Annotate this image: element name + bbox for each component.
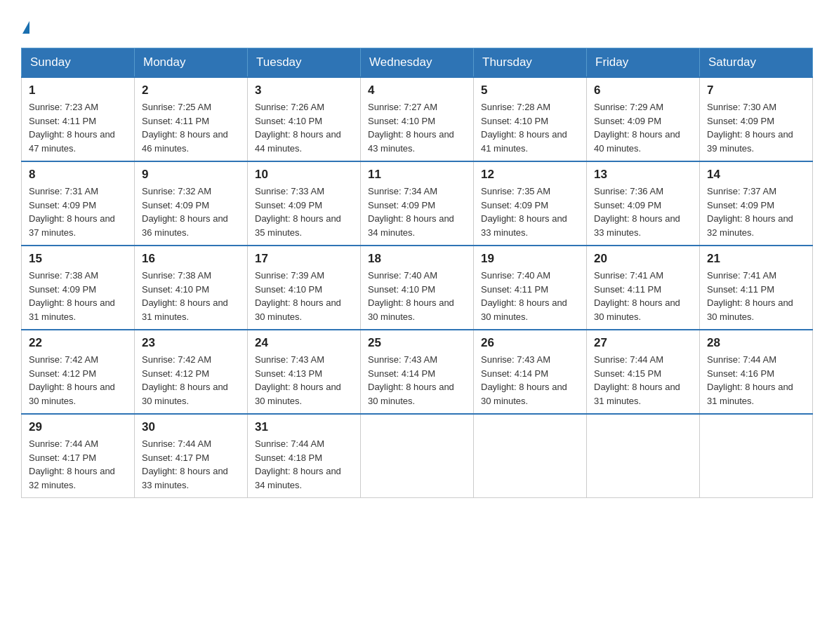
col-header-wednesday: Wednesday	[361, 48, 474, 78]
day-number: 28	[707, 336, 805, 350]
calendar-cell: 30 Sunrise: 7:44 AMSunset: 4:17 PMDaylig…	[135, 414, 248, 498]
calendar-cell	[474, 414, 587, 498]
day-number: 27	[594, 336, 692, 350]
day-number: 15	[29, 252, 127, 266]
calendar-cell	[700, 414, 813, 498]
day-info: Sunrise: 7:40 AMSunset: 4:10 PMDaylight:…	[368, 269, 466, 323]
col-header-tuesday: Tuesday	[248, 48, 361, 78]
day-number: 19	[481, 252, 579, 266]
col-header-thursday: Thursday	[474, 48, 587, 78]
week-row-1: 1 Sunrise: 7:23 AMSunset: 4:11 PMDayligh…	[22, 77, 813, 161]
day-info: Sunrise: 7:43 AMSunset: 4:13 PMDaylight:…	[255, 353, 353, 408]
calendar-cell: 6 Sunrise: 7:29 AMSunset: 4:09 PMDayligh…	[587, 77, 700, 161]
calendar-cell: 29 Sunrise: 7:44 AMSunset: 4:17 PMDaylig…	[22, 414, 135, 498]
day-info: Sunrise: 7:44 AMSunset: 4:18 PMDaylight:…	[255, 437, 353, 492]
calendar-header-row: SundayMondayTuesdayWednesdayThursdayFrid…	[22, 48, 813, 78]
day-info: Sunrise: 7:42 AMSunset: 4:12 PMDaylight:…	[29, 353, 127, 408]
day-number: 29	[29, 420, 127, 434]
week-row-3: 15 Sunrise: 7:38 AMSunset: 4:09 PMDaylig…	[22, 246, 813, 330]
day-info: Sunrise: 7:43 AMSunset: 4:14 PMDaylight:…	[481, 353, 579, 408]
calendar-cell: 17 Sunrise: 7:39 AMSunset: 4:10 PMDaylig…	[248, 246, 361, 330]
day-info: Sunrise: 7:38 AMSunset: 4:09 PMDaylight:…	[29, 269, 127, 323]
col-header-friday: Friday	[587, 48, 700, 78]
calendar-cell: 22 Sunrise: 7:42 AMSunset: 4:12 PMDaylig…	[22, 330, 135, 414]
day-info: Sunrise: 7:35 AMSunset: 4:09 PMDaylight:…	[481, 185, 579, 239]
day-info: Sunrise: 7:43 AMSunset: 4:14 PMDaylight:…	[368, 353, 466, 408]
calendar-cell	[361, 414, 474, 498]
calendar-table: SundayMondayTuesdayWednesdayThursdayFrid…	[21, 48, 813, 498]
col-header-saturday: Saturday	[700, 48, 813, 78]
day-number: 8	[29, 168, 127, 182]
calendar-cell: 23 Sunrise: 7:42 AMSunset: 4:12 PMDaylig…	[135, 330, 248, 414]
day-number: 3	[255, 83, 353, 98]
calendar-cell: 11 Sunrise: 7:34 AMSunset: 4:09 PMDaylig…	[361, 161, 474, 246]
col-header-monday: Monday	[135, 48, 248, 78]
day-number: 5	[481, 83, 579, 98]
day-number: 30	[142, 420, 240, 434]
day-number: 12	[481, 168, 579, 182]
logo-top-line	[21, 14, 29, 34]
day-number: 2	[142, 83, 240, 98]
calendar-cell: 27 Sunrise: 7:44 AMSunset: 4:15 PMDaylig…	[587, 330, 700, 414]
day-info: Sunrise: 7:44 AMSunset: 4:16 PMDaylight:…	[707, 353, 805, 408]
calendar-cell: 25 Sunrise: 7:43 AMSunset: 4:14 PMDaylig…	[361, 330, 474, 414]
day-info: Sunrise: 7:41 AMSunset: 4:11 PMDaylight:…	[707, 269, 805, 323]
day-number: 23	[142, 336, 240, 350]
day-info: Sunrise: 7:41 AMSunset: 4:11 PMDaylight:…	[594, 269, 692, 323]
calendar-cell: 18 Sunrise: 7:40 AMSunset: 4:10 PMDaylig…	[361, 246, 474, 330]
day-info: Sunrise: 7:44 AMSunset: 4:17 PMDaylight:…	[142, 437, 240, 492]
calendar-cell: 4 Sunrise: 7:27 AMSunset: 4:10 PMDayligh…	[361, 77, 474, 161]
day-number: 18	[368, 252, 466, 266]
day-number: 24	[255, 336, 353, 350]
day-info: Sunrise: 7:29 AMSunset: 4:09 PMDaylight:…	[594, 100, 692, 155]
day-number: 20	[594, 252, 692, 266]
day-number: 17	[255, 252, 353, 266]
day-number: 13	[594, 168, 692, 182]
day-info: Sunrise: 7:34 AMSunset: 4:09 PMDaylight:…	[368, 185, 466, 239]
calendar-cell: 9 Sunrise: 7:32 AMSunset: 4:09 PMDayligh…	[135, 161, 248, 246]
day-number: 1	[29, 83, 127, 98]
week-row-2: 8 Sunrise: 7:31 AMSunset: 4:09 PMDayligh…	[22, 161, 813, 246]
day-info: Sunrise: 7:42 AMSunset: 4:12 PMDaylight:…	[142, 353, 240, 408]
day-number: 21	[707, 252, 805, 266]
day-info: Sunrise: 7:44 AMSunset: 4:15 PMDaylight:…	[594, 353, 692, 408]
day-info: Sunrise: 7:38 AMSunset: 4:10 PMDaylight:…	[142, 269, 240, 323]
calendar-cell	[587, 414, 700, 498]
day-info: Sunrise: 7:36 AMSunset: 4:09 PMDaylight:…	[594, 185, 692, 239]
day-number: 22	[29, 336, 127, 350]
calendar-cell: 16 Sunrise: 7:38 AMSunset: 4:10 PMDaylig…	[135, 246, 248, 330]
day-info: Sunrise: 7:33 AMSunset: 4:09 PMDaylight:…	[255, 185, 353, 239]
day-number: 4	[368, 83, 466, 98]
day-info: Sunrise: 7:39 AMSunset: 4:10 PMDaylight:…	[255, 269, 353, 323]
calendar-cell: 20 Sunrise: 7:41 AMSunset: 4:11 PMDaylig…	[587, 246, 700, 330]
day-info: Sunrise: 7:40 AMSunset: 4:11 PMDaylight:…	[481, 269, 579, 323]
day-number: 7	[707, 83, 805, 98]
day-info: Sunrise: 7:31 AMSunset: 4:09 PMDaylight:…	[29, 185, 127, 239]
day-number: 25	[368, 336, 466, 350]
calendar-cell: 1 Sunrise: 7:23 AMSunset: 4:11 PMDayligh…	[22, 77, 135, 161]
week-row-5: 29 Sunrise: 7:44 AMSunset: 4:17 PMDaylig…	[22, 414, 813, 498]
day-info: Sunrise: 7:44 AMSunset: 4:17 PMDaylight:…	[29, 437, 127, 492]
calendar-cell: 15 Sunrise: 7:38 AMSunset: 4:09 PMDaylig…	[22, 246, 135, 330]
day-info: Sunrise: 7:30 AMSunset: 4:09 PMDaylight:…	[707, 100, 805, 155]
day-number: 9	[142, 168, 240, 182]
calendar-cell: 28 Sunrise: 7:44 AMSunset: 4:16 PMDaylig…	[700, 330, 813, 414]
col-header-sunday: Sunday	[22, 48, 135, 78]
calendar-cell: 26 Sunrise: 7:43 AMSunset: 4:14 PMDaylig…	[474, 330, 587, 414]
logo	[21, 14, 29, 34]
calendar-cell: 12 Sunrise: 7:35 AMSunset: 4:09 PMDaylig…	[474, 161, 587, 246]
calendar-cell: 24 Sunrise: 7:43 AMSunset: 4:13 PMDaylig…	[248, 330, 361, 414]
calendar-cell: 2 Sunrise: 7:25 AMSunset: 4:11 PMDayligh…	[135, 77, 248, 161]
day-info: Sunrise: 7:28 AMSunset: 4:10 PMDaylight:…	[481, 100, 579, 155]
calendar-cell: 31 Sunrise: 7:44 AMSunset: 4:18 PMDaylig…	[248, 414, 361, 498]
day-number: 10	[255, 168, 353, 182]
calendar-cell: 14 Sunrise: 7:37 AMSunset: 4:09 PMDaylig…	[700, 161, 813, 246]
day-info: Sunrise: 7:25 AMSunset: 4:11 PMDaylight:…	[142, 100, 240, 155]
day-info: Sunrise: 7:37 AMSunset: 4:09 PMDaylight:…	[707, 185, 805, 239]
day-number: 16	[142, 252, 240, 266]
calendar-cell: 3 Sunrise: 7:26 AMSunset: 4:10 PMDayligh…	[248, 77, 361, 161]
day-number: 31	[255, 420, 353, 434]
calendar-cell: 19 Sunrise: 7:40 AMSunset: 4:11 PMDaylig…	[474, 246, 587, 330]
calendar-cell: 8 Sunrise: 7:31 AMSunset: 4:09 PMDayligh…	[22, 161, 135, 246]
calendar-cell: 7 Sunrise: 7:30 AMSunset: 4:09 PMDayligh…	[700, 77, 813, 161]
